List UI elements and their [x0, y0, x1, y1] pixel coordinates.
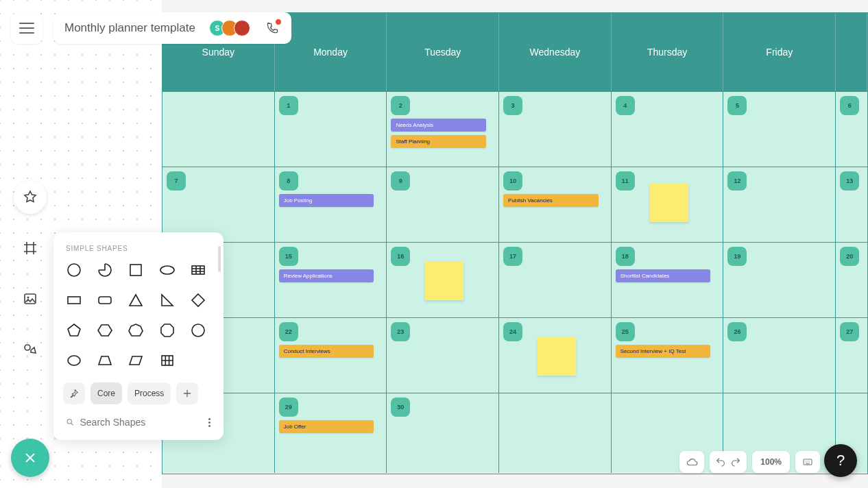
help-fab-button[interactable]: ? — [824, 444, 857, 477]
zoom-level[interactable]: 100% — [752, 451, 790, 473]
calendar-cell[interactable] — [499, 393, 612, 473]
call-button[interactable] — [264, 20, 280, 36]
shape-heptagon[interactable] — [126, 321, 145, 340]
star-icon — [22, 189, 38, 206]
date-badge: 22 — [279, 322, 298, 341]
redo-icon[interactable] — [730, 456, 741, 467]
shape-grid[interactable] — [158, 351, 177, 370]
sticky-note[interactable] — [425, 262, 463, 300]
calendar-event[interactable]: Job Posting — [279, 194, 374, 207]
shape-hexagon[interactable] — [95, 321, 114, 340]
svg-point-12 — [67, 419, 71, 424]
calendar-cell[interactable]: 20 — [836, 243, 867, 317]
date-badge: 10 — [503, 171, 522, 191]
image-tool-button[interactable] — [14, 282, 47, 315]
calendar-cell[interactable]: 15Review Applications — [275, 243, 387, 317]
shape-circle[interactable] — [64, 260, 84, 280]
shape-diamond[interactable] — [189, 291, 208, 310]
calendar-cell[interactable]: 11 — [612, 167, 724, 242]
shape-octagon[interactable] — [158, 321, 177, 340]
collaborator-avatars[interactable]: S — [209, 20, 250, 36]
calendar-cell[interactable]: 25Second Interview + IQ Test — [612, 318, 724, 393]
calendar-cell[interactable]: 6 — [836, 92, 867, 167]
calendar-event[interactable]: Conduct Interviews — [279, 345, 374, 358]
calendar-event[interactable]: Job Offer — [279, 420, 374, 433]
shape-table[interactable] — [189, 260, 208, 280]
close-fab-button[interactable] — [11, 439, 49, 477]
calendar-event[interactable]: Publish Vacancies — [503, 194, 599, 207]
calendar-cell[interactable] — [162, 92, 275, 167]
calendar-cell[interactable]: 19 — [723, 243, 836, 317]
add-tab-button[interactable] — [176, 382, 198, 404]
calendar-cell[interactable]: 1 — [275, 92, 387, 167]
date-badge: 4 — [616, 96, 635, 115]
keyboard-button[interactable] — [795, 451, 820, 473]
shapes-scrollbar[interactable] — [218, 246, 221, 272]
calendar-cell[interactable]: 29Job Offer — [275, 393, 387, 473]
date-badge: 12 — [727, 171, 747, 191]
date-badge: 24 — [503, 322, 522, 341]
calendar-event[interactable]: Staff Planning — [391, 135, 486, 148]
calendar-cell[interactable]: 12 — [723, 167, 836, 242]
calendar-cell[interactable]: 30 — [387, 393, 499, 473]
shape-parallelogram[interactable] — [126, 351, 145, 370]
tab-core[interactable]: Core — [91, 382, 122, 404]
calendar-event[interactable]: Second Interview + IQ Test — [616, 345, 711, 358]
shape-oval[interactable] — [64, 351, 84, 370]
sticky-note[interactable] — [538, 337, 576, 376]
shapes-search-row — [53, 411, 224, 433]
calendar-cell[interactable]: 27 — [836, 318, 867, 393]
shape-arc[interactable] — [95, 260, 114, 280]
date-badge: 11 — [616, 171, 635, 191]
avatar[interactable] — [234, 20, 250, 36]
shape-triangle[interactable] — [126, 291, 145, 310]
calendar-cell[interactable]: 24 — [499, 318, 612, 393]
svg-rect-7 — [68, 297, 80, 304]
cloud-sync-button[interactable] — [679, 451, 704, 473]
shape-ellipse[interactable] — [158, 260, 177, 280]
date-badge: 1 — [279, 96, 298, 115]
calendar-cell[interactable]: 8Job Posting — [275, 167, 387, 242]
calendar-cell[interactable]: 3 — [499, 92, 612, 167]
pin-button[interactable] — [63, 382, 85, 404]
calendar-cell[interactable]: 23 — [387, 318, 499, 393]
shapes-tool-button[interactable] — [14, 181, 47, 214]
frame-tool-button[interactable] — [14, 232, 47, 265]
tab-process[interactable]: Process — [128, 382, 171, 404]
calendar-cell[interactable]: 26 — [723, 318, 836, 393]
shapes-more-button[interactable] — [206, 415, 215, 429]
calendar-cell[interactable]: 7 — [162, 167, 275, 242]
sticky-note[interactable] — [650, 184, 688, 222]
shapes-search-input[interactable] — [80, 417, 200, 428]
shapes-cluster-tool-button[interactable] — [14, 333, 47, 366]
calendar-cell[interactable]: 22Conduct Interviews — [275, 318, 387, 393]
shape-right-triangle[interactable] — [158, 291, 177, 310]
svg-point-1 — [27, 297, 29, 299]
svg-point-2 — [25, 345, 30, 350]
calendar-event[interactable]: Review Applications — [279, 269, 374, 282]
calendar-cell[interactable]: 9 — [387, 167, 499, 242]
undo-icon[interactable] — [715, 456, 726, 467]
menu-button[interactable] — [11, 12, 43, 44]
shape-pentagon[interactable] — [64, 321, 84, 340]
date-badge: 15 — [279, 247, 298, 266]
calendar-cell[interactable]: 2Needs AnalysisStaff Planning — [387, 92, 499, 167]
calendar-cell[interactable]: 4 — [612, 92, 724, 167]
shape-trapezoid[interactable] — [95, 351, 114, 370]
frame-icon — [22, 240, 38, 256]
document-title[interactable]: Monthly planner template — [64, 21, 195, 35]
shape-rounded-rect[interactable] — [95, 291, 114, 310]
calendar-event[interactable]: Shortlist Candidates — [616, 269, 711, 282]
calendar-event[interactable]: Needs Analysis — [391, 119, 486, 132]
calendar-cell[interactable]: 17 — [499, 243, 612, 317]
calendar-cell[interactable]: 16 — [387, 243, 499, 317]
shape-nonagon[interactable] — [189, 321, 208, 340]
calendar-cell[interactable]: 18Shortlist Candidates — [612, 243, 724, 317]
calendar-cell[interactable]: 5 — [723, 92, 836, 167]
shape-square[interactable] — [126, 260, 145, 280]
shape-rectangle[interactable] — [64, 291, 84, 310]
svg-rect-4 — [130, 265, 141, 276]
calendar-cell[interactable]: 13 — [836, 167, 867, 242]
calendar: SundayMondayTuesdayWednesdayThursdayFrid… — [162, 12, 868, 474]
calendar-cell[interactable]: 10Publish Vacancies — [499, 167, 612, 242]
